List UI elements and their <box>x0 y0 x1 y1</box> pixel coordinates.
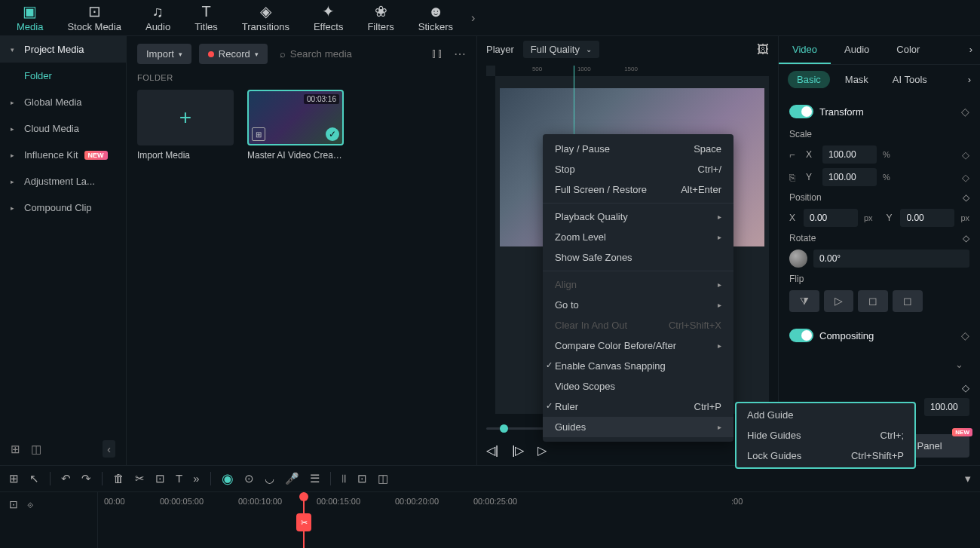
link-icon[interactable]: ⌐ <box>789 149 800 161</box>
link-icon[interactable]: ⟐ <box>27 498 33 510</box>
scale-y-input[interactable] <box>822 168 877 186</box>
copy-icon[interactable]: ⊡ <box>9 498 18 510</box>
tabs-more-icon[interactable]: › <box>962 36 980 64</box>
scissor-icon[interactable]: ✂ <box>296 513 311 531</box>
submenu-add-guide[interactable]: Add Guide <box>737 405 914 425</box>
subtab-mask[interactable]: Mask <box>836 71 877 88</box>
tab-color-props[interactable]: Color <box>883 36 933 64</box>
flip-h-button[interactable]: ⧩ <box>789 290 819 312</box>
snapshot-icon[interactable]: 🖼 <box>757 43 769 57</box>
tab-audio[interactable]: ♫Audio <box>135 0 181 35</box>
grid-view-icon[interactable]: ⊞ <box>9 472 19 485</box>
sidebar-global-media[interactable]: ▸Global Media <box>0 89 126 115</box>
rotate-input[interactable] <box>813 250 969 268</box>
sidebar-compound-clip[interactable]: ▸Compound Clip <box>0 194 126 221</box>
more-icon[interactable]: ⋯ <box>454 47 466 61</box>
prev-frame-icon[interactable]: ◁| <box>486 443 498 458</box>
subtab-ai-tools[interactable]: AI Tools <box>884 71 936 88</box>
subtab-basic[interactable]: Basic <box>788 71 830 88</box>
collapse-sidebar-icon[interactable]: ‹ <box>103 440 115 458</box>
rotate-knob[interactable] <box>789 250 807 268</box>
tab-stickers[interactable]: ☻Stickers <box>408 0 464 35</box>
tab-titles[interactable]: TTitles <box>184 0 228 35</box>
keyframe-icon[interactable]: ◇ <box>962 382 969 393</box>
menu-playback-quality[interactable]: Playback Quality▸ <box>543 207 733 227</box>
undo-icon[interactable]: ↶ <box>61 472 71 485</box>
text-icon[interactable]: T <box>176 472 182 485</box>
sidebar-cloud-media[interactable]: ▸Cloud Media <box>0 115 126 142</box>
toolbar-next-icon[interactable]: › <box>467 11 479 25</box>
record-button[interactable]: Record▾ <box>199 44 268 64</box>
lock-icon[interactable]: ⎘ <box>789 172 800 183</box>
subtabs-more-icon[interactable]: › <box>968 74 971 85</box>
submenu-hide-guides[interactable]: Hide GuidesCtrl+; <box>737 425 914 445</box>
compositing-toggle[interactable] <box>789 329 813 342</box>
more-tools-icon[interactable]: » <box>193 472 199 485</box>
keyframe-icon[interactable]: ◇ <box>962 149 969 161</box>
playhead[interactable]: ✂ <box>303 492 305 548</box>
tab-effects[interactable]: ✦Effects <box>303 0 354 35</box>
menu-stop[interactable]: StopCtrl+/ <box>543 159 733 179</box>
delete-icon[interactable]: 🗑 <box>113 472 124 485</box>
timeline-tracks[interactable]: 00:00 00:00:05:00 00:00:10:00 00:00:15:0… <box>98 492 980 548</box>
pos-x-input[interactable] <box>804 209 858 227</box>
tool-icon[interactable]: ⫴ <box>341 472 347 485</box>
tool-icon[interactable]: ◫ <box>378 472 388 485</box>
menu-video-scopes[interactable]: Video Scopes <box>543 376 733 396</box>
tab-media[interactable]: ▣Media <box>6 0 54 35</box>
quality-dropdown[interactable]: Full Quality⌄ <box>523 41 599 58</box>
menu-compare-color[interactable]: Compare Color Before/After▸ <box>543 335 733 356</box>
sidebar-project-media[interactable]: ▾Project Media <box>0 36 126 63</box>
search-media[interactable]: ⌕ <box>275 44 424 64</box>
new-folder-icon[interactable]: ⊞ <box>11 442 20 456</box>
import-media-tile[interactable]: + Import Media <box>137 90 234 161</box>
submenu-lock-guides[interactable]: Lock GuidesCtrl+Shift+P <box>737 445 914 466</box>
smart-icon[interactable]: ◉ <box>222 470 234 487</box>
keyframe-icon[interactable]: ◇ <box>963 192 969 203</box>
tab-transitions[interactable]: ◈Transitions <box>231 0 300 35</box>
keyframe-icon[interactable]: ◇ <box>963 233 969 243</box>
voice-icon[interactable]: 🎤 <box>285 472 299 485</box>
import-button[interactable]: Import▾ <box>137 44 191 64</box>
cut-icon[interactable]: ✂ <box>135 472 145 485</box>
tool-icon[interactable]: ⊡ <box>357 472 367 485</box>
media-clip-tile[interactable]: 00:03:16 ⊞ ✓ Master AI Video Creati... <box>247 90 344 161</box>
keyframe-icon[interactable]: ◇ <box>962 172 969 183</box>
keyframe-icon[interactable]: ◇ <box>961 106 969 118</box>
transform-toggle[interactable] <box>789 105 813 118</box>
pointer-icon[interactable]: ↖ <box>29 472 39 485</box>
flip-btn-3[interactable]: ◻ <box>858 290 888 312</box>
menu-fullscreen[interactable]: Full Screen / RestoreAlt+Enter <box>543 179 733 200</box>
speed-icon[interactable]: ⊙ <box>244 472 254 485</box>
search-input[interactable] <box>290 48 419 60</box>
menu-guides[interactable]: Guides▸ <box>543 417 733 437</box>
opacity-input[interactable] <box>924 398 969 416</box>
menu-goto[interactable]: Go to▸ <box>543 295 733 315</box>
marker-icon[interactable]: ◡ <box>265 472 274 485</box>
menu-play-pause[interactable]: Play / PauseSpace <box>543 139 733 159</box>
crop-icon[interactable]: ⊡ <box>155 472 165 485</box>
sidebar-adjustment-layer[interactable]: ▸Adjustment La... <box>0 168 126 194</box>
tab-video-props[interactable]: Video <box>779 36 831 64</box>
tab-stock-media[interactable]: ⊡Stock Media <box>57 0 132 35</box>
keyframe-icon[interactable]: ◇ <box>961 329 969 341</box>
menu-ruler[interactable]: ✓RulerCtrl+P <box>543 396 733 417</box>
menu-zoom-level[interactable]: Zoom Level▸ <box>543 227 733 247</box>
dropdown-icon[interactable]: ▾ <box>965 472 971 485</box>
redo-icon[interactable]: ↷ <box>81 472 91 485</box>
subtitle-icon[interactable]: ☰ <box>310 472 320 485</box>
menu-enable-snapping[interactable]: ✓Enable Canvas Snapping <box>543 356 733 376</box>
blend-mode-dropdown[interactable]: ⌄ <box>949 353 969 376</box>
timeline-ruler[interactable]: 00:00 00:00:05:00 00:00:10:00 00:00:15:0… <box>98 492 980 515</box>
menu-safe-zones[interactable]: Show Safe Zones <box>543 247 733 268</box>
scale-x-input[interactable] <box>822 145 877 164</box>
flip-btn-4[interactable]: ◻ <box>893 290 923 312</box>
tab-filters[interactable]: ❀Filters <box>357 0 404 35</box>
tab-audio-props[interactable]: Audio <box>831 36 883 64</box>
filter-icon[interactable]: ⫿⫿ <box>431 47 443 61</box>
next-frame-icon[interactable]: |▷ <box>512 443 524 458</box>
sidebar-influence-kit[interactable]: ▸Influence KitNEW <box>0 142 126 168</box>
pos-y-input[interactable] <box>900 209 954 227</box>
sidebar-folder[interactable]: Folder <box>0 63 126 89</box>
play-icon[interactable]: ▷ <box>537 443 547 458</box>
